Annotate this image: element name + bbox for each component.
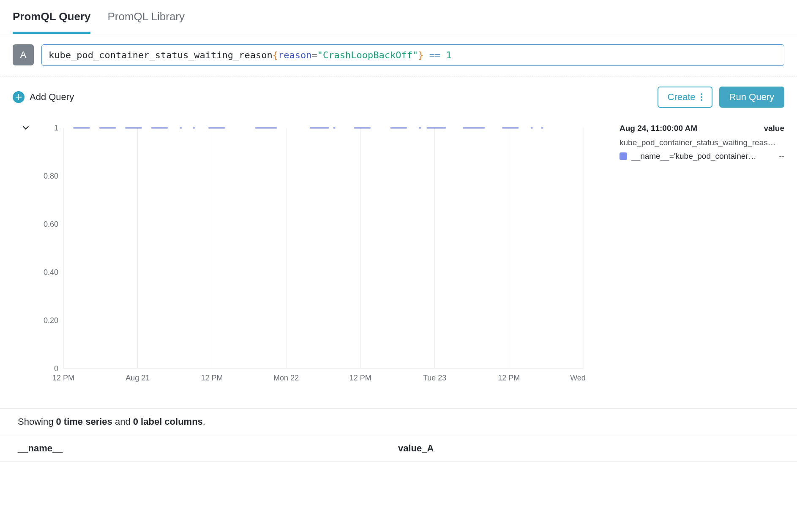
create-button-label: Create — [668, 92, 696, 103]
results-summary: Showing 0 time series and 0 label column… — [0, 408, 797, 435]
summary-lc-count: 0 label columns — [133, 416, 203, 427]
query-token-op: == — [429, 50, 441, 60]
query-token-label: reason — [278, 50, 311, 60]
query-token-value: "CrashLoopBackOff" — [317, 50, 418, 60]
svg-text:12 PM: 12 PM — [52, 374, 74, 382]
legend-timestamp: Aug 24, 11:00:00 AM — [620, 124, 697, 133]
legend-item[interactable]: __name__='kube_pod_container… -- — [620, 152, 784, 161]
svg-text:Mon 22: Mon 22 — [273, 374, 299, 382]
plus-icon — [13, 91, 25, 103]
svg-text:Tue 23: Tue 23 — [423, 374, 446, 382]
chevron-down-icon — [21, 123, 30, 132]
query-token-eq: = — [312, 50, 317, 60]
tab-promql-library[interactable]: PromQL Library — [107, 10, 185, 34]
query-token-num: 1 — [446, 50, 451, 60]
svg-text:1: 1 — [54, 124, 58, 132]
summary-suffix: . — [203, 416, 205, 427]
run-query-label: Run Query — [729, 92, 774, 103]
query-token-rbrace: } — [418, 50, 423, 60]
promql-input[interactable]: kube_pod_container_status_waiting_reason… — [41, 44, 784, 66]
svg-text:0.80: 0.80 — [44, 172, 58, 180]
run-query-button[interactable]: Run Query — [719, 87, 784, 108]
svg-text:0.60: 0.60 — [44, 220, 58, 228]
query-token-metric: kube_pod_container_status_waiting_reason — [49, 50, 273, 60]
create-button[interactable]: Create — [658, 87, 712, 108]
query-token-lbrace: { — [273, 50, 278, 60]
add-query-button[interactable]: Add Query — [13, 91, 74, 103]
legend-value-header: value — [764, 124, 784, 133]
legend-swatch — [620, 152, 627, 160]
kebab-icon — [701, 93, 702, 101]
legend-series-label: kube_pod_container_status_waiting_reas… — [620, 138, 784, 147]
table-col-name[interactable]: __name__ — [18, 443, 398, 454]
svg-text:0.40: 0.40 — [44, 268, 58, 277]
summary-prefix: Showing — [18, 416, 56, 427]
add-query-label: Add Query — [30, 92, 74, 103]
svg-text:0.20: 0.20 — [44, 316, 58, 325]
legend-item-value: -- — [779, 152, 784, 161]
chart[interactable]: 00.200.400.600.80112 PMAug 2112 PMMon 22… — [34, 119, 607, 391]
tab-promql-query[interactable]: PromQL Query — [13, 10, 90, 34]
svg-text:12 PM: 12 PM — [349, 374, 371, 382]
svg-text:12 PM: 12 PM — [201, 374, 223, 382]
svg-text:12 PM: 12 PM — [498, 374, 520, 382]
svg-text:Wed 24: Wed 24 — [570, 374, 587, 382]
chart-legend: Aug 24, 11:00:00 AM value kube_pod_conta… — [607, 119, 784, 391]
results-table-header: __name__ value_A — [0, 435, 797, 462]
query-badge: A — [13, 44, 34, 65]
svg-text:Aug 21: Aug 21 — [126, 374, 150, 382]
legend-item-text: __name__='kube_pod_container… — [631, 152, 775, 161]
collapse-toggle[interactable] — [21, 119, 34, 391]
summary-ts-count: 0 time series — [56, 416, 112, 427]
svg-text:0: 0 — [54, 364, 58, 373]
summary-mid: and — [112, 416, 133, 427]
table-col-value[interactable]: value_A — [398, 443, 434, 454]
